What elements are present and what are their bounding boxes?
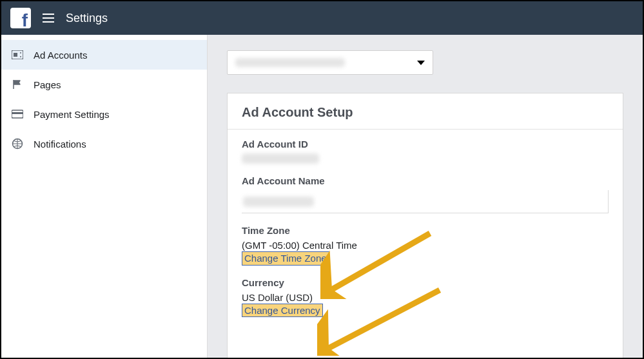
svg-point-2 [20,52,21,53]
change-currency-link[interactable]: Change Currency [242,304,323,318]
sidebar: Ad Accounts Pages Payment Settings Notif… [1,35,208,358]
flag-icon [10,77,24,92]
globe-icon [10,137,24,151]
section-ad-account-id: Ad Account ID [242,139,609,164]
ad-account-setup-card: Ad Account Setup Ad Account ID Ad Accoun… [227,93,623,359]
svg-rect-1 [14,53,17,57]
svg-point-3 [20,56,21,57]
svg-rect-5 [12,112,23,114]
ad-account-name-label: Ad Account Name [242,175,609,186]
sidebar-item-label: Payment Settings [34,109,110,120]
change-time-zone-link[interactable]: Change Time Zone [242,251,329,266]
section-currency: Currency US Dollar (USD) Change Currency [242,277,609,318]
page-title: Settings [66,12,108,25]
ad-account-id-label: Ad Account ID [242,139,609,150]
sidebar-item-label: Notifications [34,139,86,150]
sidebar-item-pages[interactable]: Pages [1,70,207,99]
menu-icon[interactable] [43,14,54,23]
sidebar-item-payment-settings[interactable]: Payment Settings [1,99,207,129]
chevron-down-icon [417,61,425,65]
main-content: Ad Account Setup Ad Account ID Ad Accoun… [208,35,643,358]
card-header: Ad Account Setup [228,93,623,130]
ad-accounts-icon [10,48,24,62]
card-title: Ad Account Setup [242,105,609,120]
section-ad-account-name: Ad Account Name [242,175,609,213]
account-selector[interactable] [227,50,433,75]
section-time-zone: Time Zone (GMT -05:00) Central Time Chan… [242,225,609,266]
currency-value: US Dollar (USD) [242,292,609,303]
credit-card-icon [10,107,24,121]
currency-label: Currency [242,277,609,288]
redacted-ad-account-name [243,197,314,207]
time-zone-value: (GMT -05:00) Central Time [242,240,609,251]
sidebar-item-label: Ad Accounts [34,50,87,61]
sidebar-item-ad-accounts[interactable]: Ad Accounts [1,40,207,70]
sidebar-item-notifications[interactable]: Notifications [1,129,207,159]
facebook-logo[interactable]: f [10,8,31,28]
topbar: f Settings [1,1,643,35]
time-zone-label: Time Zone [242,225,609,236]
redacted-account-name [235,58,345,67]
redacted-ad-account-id [242,153,319,164]
sidebar-item-label: Pages [34,79,61,90]
ad-account-name-input[interactable] [242,190,609,213]
